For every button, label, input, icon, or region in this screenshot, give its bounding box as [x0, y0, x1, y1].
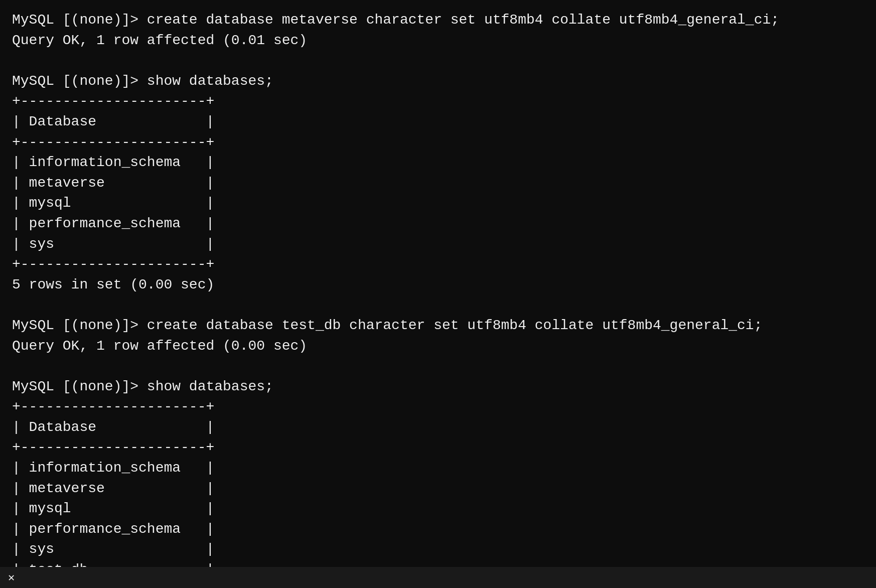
terminal-line: Query OK, 1 row affected (0.00 sec): [12, 336, 864, 357]
terminal-line: [12, 295, 864, 316]
terminal-line: | information_schema |: [12, 153, 864, 173]
terminal-line: MySQL [(none)]> show databases;: [12, 377, 864, 397]
terminal-line: [12, 356, 864, 377]
terminal-line: +----------------------+: [12, 397, 864, 417]
terminal-line: MySQL [(none)]> show databases;: [12, 71, 864, 92]
terminal-line: | mysql |: [12, 193, 864, 214]
terminal-line: | metaverse |: [12, 173, 864, 194]
terminal-line: MySQL [(none)]> create database test_db …: [12, 316, 864, 336]
terminal-content: MySQL [(none)]> create database metavers…: [12, 10, 864, 588]
terminal-line: | sys |: [12, 234, 864, 255]
terminal-line: | performance_schema |: [12, 214, 864, 234]
terminal-line: | information_schema |: [12, 458, 864, 479]
terminal-window: MySQL [(none)]> create database metavers…: [0, 0, 876, 588]
terminal-line: | Database |: [12, 417, 864, 438]
terminal-line: MySQL [(none)]> create database metavers…: [12, 10, 864, 31]
terminal-line: +----------------------+: [12, 437, 864, 458]
bottom-bar: ✕: [0, 567, 876, 588]
terminal-line: | Database |: [12, 112, 864, 132]
terminal-line: | sys |: [12, 539, 864, 560]
terminal-line: [12, 51, 864, 71]
terminal-line: | performance_schema |: [12, 519, 864, 540]
terminal-line: +----------------------+: [12, 91, 864, 112]
terminal-line: +----------------------+: [12, 132, 864, 153]
terminal-line: 5 rows in set (0.00 sec): [12, 275, 864, 296]
terminal-line: Query OK, 1 row affected (0.01 sec): [12, 31, 864, 51]
terminal-line: | mysql |: [12, 499, 864, 519]
close-button[interactable]: ✕: [5, 570, 18, 585]
terminal-line: +----------------------+: [12, 254, 864, 275]
terminal-line: | metaverse |: [12, 479, 864, 499]
